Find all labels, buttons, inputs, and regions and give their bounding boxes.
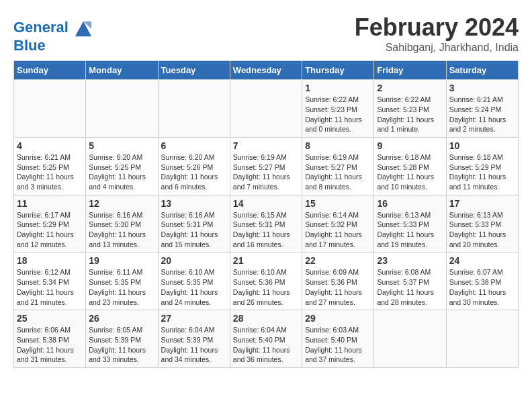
- calendar-cell: 2Sunrise: 6:22 AM Sunset: 5:23 PM Daylig…: [374, 80, 446, 138]
- calendar-subtitle: Sahibganj, Jharkhand, India: [355, 42, 519, 54]
- calendar-cell: 10Sunrise: 6:18 AM Sunset: 5:29 PM Dayli…: [446, 137, 518, 195]
- day-header-friday: Friday: [374, 61, 446, 80]
- week-row-3: 11Sunrise: 6:17 AM Sunset: 5:29 PM Dayli…: [14, 195, 519, 253]
- calendar-cell: [14, 80, 86, 138]
- day-info: Sunrise: 6:12 AM Sunset: 5:34 PM Dayligh…: [17, 267, 83, 307]
- day-number: 19: [89, 255, 154, 266]
- calendar-cell: 18Sunrise: 6:12 AM Sunset: 5:34 PM Dayli…: [14, 253, 86, 310]
- day-info: Sunrise: 6:10 AM Sunset: 5:35 PM Dayligh…: [161, 267, 227, 307]
- days-header-row: SundayMondayTuesdayWednesdayThursdayFrid…: [14, 61, 519, 80]
- calendar-cell: 25Sunrise: 6:06 AM Sunset: 5:38 PM Dayli…: [14, 310, 86, 368]
- day-info: Sunrise: 6:16 AM Sunset: 5:31 PM Dayligh…: [161, 210, 227, 250]
- day-header-wednesday: Wednesday: [230, 61, 302, 80]
- day-number: 1: [305, 83, 371, 93]
- calendar-cell: [230, 80, 302, 138]
- calendar-cell: 7Sunrise: 6:19 AM Sunset: 5:27 PM Daylig…: [230, 137, 302, 195]
- title-block: February 2024 Sahibganj, Jharkhand, Indi…: [355, 13, 519, 54]
- day-info: Sunrise: 6:19 AM Sunset: 5:27 PM Dayligh…: [233, 152, 299, 192]
- day-info: Sunrise: 6:18 AM Sunset: 5:29 PM Dayligh…: [449, 152, 515, 192]
- day-info: Sunrise: 6:19 AM Sunset: 5:27 PM Dayligh…: [305, 152, 371, 192]
- calendar-cell: 13Sunrise: 6:16 AM Sunset: 5:31 PM Dayli…: [158, 195, 230, 253]
- calendar-cell: 20Sunrise: 6:10 AM Sunset: 5:35 PM Dayli…: [158, 253, 230, 310]
- day-number: 13: [161, 198, 227, 209]
- day-number: 20: [161, 255, 227, 266]
- calendar-cell: 26Sunrise: 6:05 AM Sunset: 5:39 PM Dayli…: [86, 310, 158, 368]
- day-info: Sunrise: 6:22 AM Sunset: 5:23 PM Dayligh…: [305, 95, 371, 134]
- week-row-4: 18Sunrise: 6:12 AM Sunset: 5:34 PM Dayli…: [14, 253, 519, 310]
- calendar-cell: 12Sunrise: 6:16 AM Sunset: 5:30 PM Dayli…: [86, 195, 158, 253]
- day-number: 28: [233, 313, 299, 324]
- logo-icon: [74, 19, 93, 38]
- calendar-cell: 21Sunrise: 6:10 AM Sunset: 5:36 PM Dayli…: [230, 253, 302, 310]
- calendar-cell: 23Sunrise: 6:08 AM Sunset: 5:37 PM Dayli…: [374, 253, 446, 310]
- calendar-cell: 22Sunrise: 6:09 AM Sunset: 5:36 PM Dayli…: [302, 253, 374, 310]
- day-info: Sunrise: 6:13 AM Sunset: 5:33 PM Dayligh…: [377, 210, 443, 250]
- day-info: Sunrise: 6:21 AM Sunset: 5:24 PM Dayligh…: [449, 95, 515, 134]
- week-row-1: 1Sunrise: 6:22 AM Sunset: 5:23 PM Daylig…: [14, 80, 519, 138]
- day-number: 2: [377, 83, 443, 93]
- day-number: 3: [449, 83, 515, 93]
- calendar-cell: 5Sunrise: 6:20 AM Sunset: 5:25 PM Daylig…: [86, 137, 158, 195]
- day-number: 26: [89, 313, 154, 324]
- day-info: Sunrise: 6:13 AM Sunset: 5:33 PM Dayligh…: [449, 210, 515, 250]
- day-number: 6: [161, 140, 227, 151]
- calendar-cell: 28Sunrise: 6:04 AM Sunset: 5:40 PM Dayli…: [230, 310, 302, 368]
- day-header-thursday: Thursday: [302, 61, 374, 80]
- calendar-cell: [158, 80, 230, 138]
- day-header-saturday: Saturday: [446, 61, 518, 80]
- calendar-cell: 11Sunrise: 6:17 AM Sunset: 5:29 PM Dayli…: [14, 195, 86, 253]
- day-number: 16: [377, 198, 443, 209]
- calendar-cell: 16Sunrise: 6:13 AM Sunset: 5:33 PM Dayli…: [374, 195, 446, 253]
- calendar-body: 1Sunrise: 6:22 AM Sunset: 5:23 PM Daylig…: [14, 80, 519, 368]
- day-info: Sunrise: 6:11 AM Sunset: 5:35 PM Dayligh…: [89, 267, 154, 307]
- day-number: 14: [233, 198, 299, 209]
- logo: General Blue: [13, 19, 93, 54]
- day-info: Sunrise: 6:06 AM Sunset: 5:38 PM Dayligh…: [17, 325, 83, 365]
- day-info: Sunrise: 6:03 AM Sunset: 5:40 PM Dayligh…: [305, 325, 371, 365]
- day-number: 17: [449, 198, 515, 209]
- day-info: Sunrise: 6:16 AM Sunset: 5:30 PM Dayligh…: [89, 210, 154, 250]
- day-number: 11: [17, 198, 83, 209]
- day-number: 9: [377, 140, 443, 151]
- day-number: 24: [449, 255, 515, 266]
- day-info: Sunrise: 6:08 AM Sunset: 5:37 PM Dayligh…: [377, 267, 443, 307]
- day-number: 27: [161, 313, 227, 324]
- calendar-cell: 3Sunrise: 6:21 AM Sunset: 5:24 PM Daylig…: [446, 80, 518, 138]
- day-info: Sunrise: 6:10 AM Sunset: 5:36 PM Dayligh…: [233, 267, 299, 307]
- day-info: Sunrise: 6:14 AM Sunset: 5:32 PM Dayligh…: [305, 210, 371, 250]
- calendar-cell: 17Sunrise: 6:13 AM Sunset: 5:33 PM Dayli…: [446, 195, 518, 253]
- week-row-2: 4Sunrise: 6:21 AM Sunset: 5:25 PM Daylig…: [14, 137, 519, 195]
- day-number: 23: [377, 255, 443, 266]
- day-number: 5: [89, 140, 154, 151]
- day-number: 12: [89, 198, 154, 209]
- calendar-table: SundayMondayTuesdayWednesdayThursdayFrid…: [13, 60, 519, 368]
- day-info: Sunrise: 6:15 AM Sunset: 5:31 PM Dayligh…: [233, 210, 299, 250]
- day-header-tuesday: Tuesday: [158, 61, 230, 80]
- day-number: 29: [305, 313, 371, 324]
- day-number: 22: [305, 255, 371, 266]
- day-info: Sunrise: 6:04 AM Sunset: 5:39 PM Dayligh…: [161, 325, 227, 365]
- calendar-cell: 27Sunrise: 6:04 AM Sunset: 5:39 PM Dayli…: [158, 310, 230, 368]
- page-header: General Blue February 2024 Sahibganj, Jh…: [13, 13, 519, 54]
- day-info: Sunrise: 6:05 AM Sunset: 5:39 PM Dayligh…: [89, 325, 154, 365]
- calendar-title: February 2024: [355, 13, 519, 42]
- day-info: Sunrise: 6:07 AM Sunset: 5:38 PM Dayligh…: [449, 267, 515, 307]
- day-info: Sunrise: 6:17 AM Sunset: 5:29 PM Dayligh…: [17, 210, 83, 250]
- day-number: 18: [17, 255, 83, 266]
- calendar-cell: [374, 310, 446, 368]
- day-number: 7: [233, 140, 299, 151]
- day-info: Sunrise: 6:22 AM Sunset: 5:23 PM Dayligh…: [377, 95, 443, 134]
- day-header-monday: Monday: [86, 61, 158, 80]
- day-number: 8: [305, 140, 371, 151]
- day-number: 21: [233, 255, 299, 266]
- calendar-cell: 1Sunrise: 6:22 AM Sunset: 5:23 PM Daylig…: [302, 80, 374, 138]
- calendar-cell: 9Sunrise: 6:18 AM Sunset: 5:28 PM Daylig…: [374, 137, 446, 195]
- day-info: Sunrise: 6:21 AM Sunset: 5:25 PM Dayligh…: [17, 152, 83, 192]
- calendar-cell: 14Sunrise: 6:15 AM Sunset: 5:31 PM Dayli…: [230, 195, 302, 253]
- calendar-cell: 24Sunrise: 6:07 AM Sunset: 5:38 PM Dayli…: [446, 253, 518, 310]
- day-info: Sunrise: 6:20 AM Sunset: 5:26 PM Dayligh…: [161, 152, 227, 192]
- day-number: 4: [17, 140, 83, 151]
- calendar-cell: 15Sunrise: 6:14 AM Sunset: 5:32 PM Dayli…: [302, 195, 374, 253]
- calendar-cell: [446, 310, 518, 368]
- day-info: Sunrise: 6:20 AM Sunset: 5:25 PM Dayligh…: [89, 152, 154, 192]
